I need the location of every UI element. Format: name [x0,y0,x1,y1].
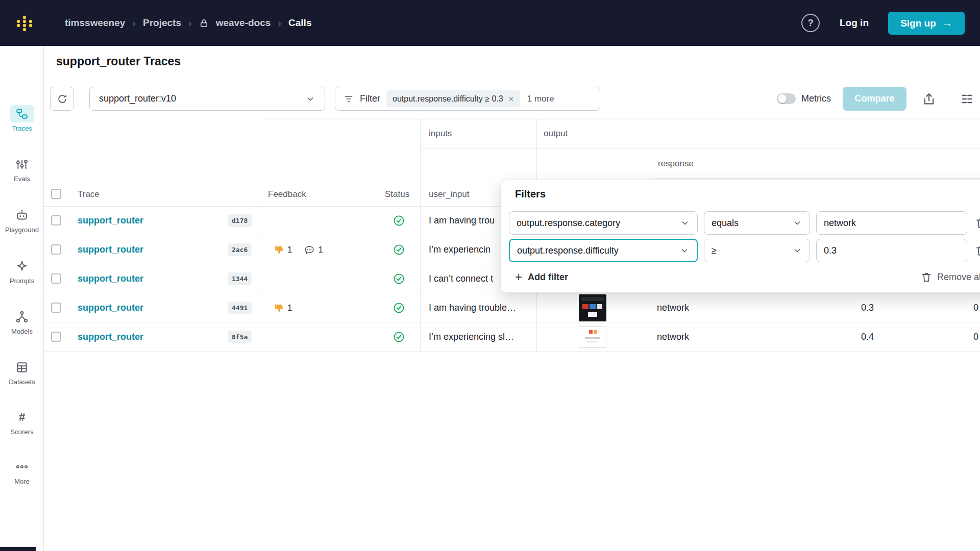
row-checkbox[interactable] [51,303,61,313]
trace-link[interactable]: support_router [78,264,143,293]
trace-id-chip: 4491 [228,302,252,314]
wandb-logo-icon [13,12,36,34]
response-next-cell: 0 [973,293,978,322]
trash-icon [920,271,933,283]
breadcrumb-projects[interactable]: Projects [143,17,181,29]
filter-operator-value: ≥ [712,245,717,256]
filter-chip-close-icon[interactable]: × [508,93,514,105]
traces-icon [10,105,34,122]
wandb-logo[interactable] [13,12,36,34]
filters-popup: Filters output.response.category equals … [500,180,980,293]
metrics-toggle[interactable] [777,93,796,104]
trash-icon[interactable] [974,216,980,230]
response-category-cell: network [657,322,689,352]
column-settings-icon[interactable] [960,92,974,106]
select-all-checkbox[interactable] [51,189,61,199]
more-dots-icon [10,458,34,475]
trace-id-chip: 2ac6 [228,243,252,256]
trace-id-chip: d178 [228,214,252,227]
sidebar-item-label: Models [11,328,33,335]
output-thumbnail[interactable] [579,294,606,321]
breadcrumb: timssweeney › Projects › weave-docs › Ca… [65,0,311,46]
trace-link[interactable]: support_router [78,293,143,322]
trace-id-chip: 8f5a [228,331,252,343]
sidebar-item-label: Playground [5,226,39,234]
group-header-border [420,148,980,148]
help-button[interactable]: ? [801,14,820,32]
user-input-cell: I’m experiencing sl… [429,322,537,352]
sidebar-item-scorers[interactable]: # Scorers [0,409,44,436]
refresh-button[interactable] [50,87,74,111]
filter-value-input[interactable] [816,211,967,235]
output-thumbnail[interactable] [579,326,606,348]
filter-value-input[interactable] [816,239,967,262]
thumbs-down-icon [274,245,284,255]
table-row[interactable]: support_router 4491 1 I am having troubl… [44,293,980,322]
trace-link[interactable]: support_router [78,235,143,264]
sidebar-item-more[interactable]: More [0,458,44,485]
sidebar-item-label: Scorers [11,428,34,436]
column-header-trace: Trace [78,189,100,199]
plus-icon: + [515,271,522,283]
page-title: support_router Traces [56,55,181,68]
user-input-cell: I am having trouble… [429,293,537,322]
filter-field-select[interactable]: output.response.category [509,211,698,235]
column-header-feedback: Feedback [268,189,306,199]
sidebar-item-models[interactable]: Models [0,308,44,335]
comment-count: 1 [318,245,323,255]
op-version-selector[interactable]: support_router:v10 [89,87,325,111]
filter-row: output.response.difficulty ≥ [509,239,980,262]
sidebar-item-label: Prompts [10,277,34,285]
compare-button[interactable]: Compare [843,87,906,111]
login-button[interactable]: Log in [840,0,869,46]
row-checkbox[interactable] [51,332,61,342]
add-filter-button[interactable]: + Add filter [515,271,568,283]
add-filter-label: Add filter [528,272,568,283]
sidebar-item-datasets[interactable]: Datasets [0,359,44,386]
table-row[interactable]: support_router 8f5a I’m experiencing sl…… [44,322,980,352]
filter-operator-select[interactable]: equals [704,211,810,235]
row-checkbox[interactable] [51,215,61,226]
models-icon [10,308,34,325]
signup-button[interactable]: Sign up → [888,12,965,35]
thumbs-down-count: 1 [287,245,292,255]
breadcrumb-calls[interactable]: Calls [288,17,311,29]
remove-all-filters-button[interactable]: Remove all [920,271,980,283]
feedback-cell: 1 1 [274,235,323,264]
trace-link[interactable]: support_router [78,206,143,235]
breadcrumb-project[interactable]: weave-docs [216,17,271,29]
filter-label: Filter [360,93,380,104]
response-category-cell: network [657,293,689,322]
status-success-icon [393,244,405,256]
lock-icon [199,18,209,28]
row-checkbox[interactable] [51,273,61,284]
chevron-down-icon [679,245,690,256]
column-header-user-input: user_input [429,189,469,199]
filter-bar[interactable]: Filter output.response.difficulty ≥ 0.3 … [335,87,600,111]
sidebar-item-playground[interactable]: Playground [0,207,44,234]
filter-chip[interactable]: output.response.difficulty ≥ 0.3 × [386,90,520,107]
breadcrumb-user[interactable]: timssweeney [65,17,125,29]
sidebar-item-evals[interactable]: Evals [0,156,44,183]
arrow-right-icon: → [942,17,952,29]
top-nav: timssweeney › Projects › weave-docs › Ca… [0,0,980,46]
sidebar-item-traces[interactable]: Traces [0,105,44,132]
trash-icon[interactable] [974,244,980,257]
response-next-cell: 0 [973,322,978,352]
filter-operator-select[interactable]: ≥ [704,239,810,262]
filter-field-select[interactable]: output.response.difficulty [509,239,698,262]
status-success-icon [393,302,405,314]
trace-link[interactable]: support_router [78,322,143,352]
status-success-icon [393,273,405,285]
sidebar-item-prompts[interactable]: Prompts [0,258,44,285]
row-checkbox[interactable] [51,244,61,255]
sidebar-item-label: More [14,478,30,485]
filter-chip-text: output.response.difficulty ≥ 0.3 [393,94,503,104]
chevron-down-icon [792,245,802,256]
robot-icon [10,207,34,224]
feedback-cell: 1 [274,293,292,322]
export-icon[interactable] [922,92,936,106]
more-filters-label[interactable]: 1 more [527,94,554,104]
sidebar-item-label: Evals [14,175,30,183]
chevron-down-icon [305,94,315,104]
